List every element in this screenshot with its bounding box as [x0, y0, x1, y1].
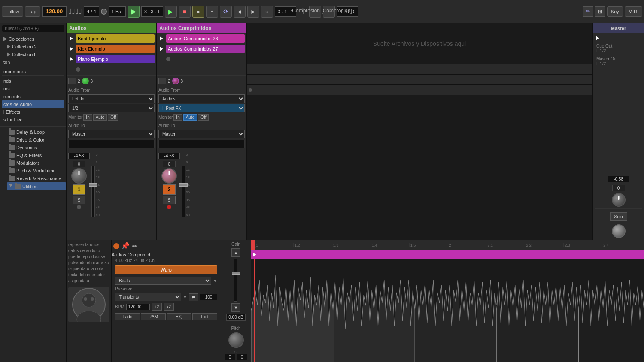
clip-piano[interactable]: Piano Ejemplo: [76, 55, 155, 63]
sidebar-item-compresores[interactable]: mpresores: [2, 68, 64, 75]
master-pan-knob[interactable]: [612, 193, 626, 207]
cat-mod[interactable]: Modulators: [7, 159, 66, 167]
clip-play-piano[interactable]: [68, 56, 74, 62]
ram-btn[interactable]: RAM: [141, 313, 166, 320]
edit-pencil-icon[interactable]: ✏: [132, 243, 137, 250]
fader-thumb-right[interactable]: [179, 183, 188, 187]
fade-btn[interactable]: Fade: [115, 313, 140, 320]
sidebar-item-collection8[interactable]: Collection 8: [5, 51, 64, 58]
beats-select[interactable]: Beats: [115, 277, 211, 285]
sidebar-item-ton[interactable]: ton: [2, 58, 64, 66]
quantize-display[interactable]: 1 Bar: [109, 6, 126, 17]
fader-thumb-left[interactable]: [89, 183, 97, 187]
punch-button[interactable]: ◄: [234, 6, 246, 18]
arm-btn-right[interactable]: [158, 78, 166, 84]
audio-to-right[interactable]: Master: [158, 130, 245, 138]
midi-button[interactable]: MIDI: [625, 6, 642, 17]
tempo-display[interactable]: 120.00: [42, 6, 67, 17]
cat-eq[interactable]: EQ & Filters: [7, 151, 66, 159]
sidebar-item-ruments[interactable]: ruments: [2, 93, 64, 100]
gain-down-btn[interactable]: ▼: [231, 303, 240, 312]
monitor-off-left[interactable]: Off: [108, 114, 118, 121]
add-button[interactable]: +: [206, 6, 218, 18]
cat-dynamics[interactable]: Dynamics: [7, 144, 66, 151]
transients-select[interactable]: Transients: [115, 293, 181, 301]
search-input[interactable]: [2, 25, 64, 32]
gain-up-btn[interactable]: ▲: [231, 248, 240, 257]
cat-pitch[interactable]: Pitch & Modulation: [7, 167, 66, 175]
pin-icon[interactable]: 📌: [121, 242, 130, 250]
monitor-auto-left[interactable]: Auto: [93, 114, 107, 121]
pitch-knob[interactable]: [228, 332, 244, 348]
arm-btn-left[interactable]: [68, 78, 76, 84]
track-num-left[interactable]: 1: [73, 184, 85, 195]
monitor-auto-right[interactable]: Auto: [183, 114, 197, 121]
clip-play-empty[interactable]: [68, 66, 74, 72]
clip-kick[interactable]: Kick Ejemplo: [76, 45, 155, 53]
clip-beat[interactable]: Beat Ejemplo: [76, 34, 155, 43]
audio-source-right[interactable]: Audios: [158, 94, 245, 103]
solo-button[interactable]: Solo: [610, 212, 627, 221]
audio-to-left[interactable]: Master: [68, 130, 155, 138]
loop-number-field[interactable]: [200, 294, 217, 300]
record-button[interactable]: ●: [192, 6, 204, 18]
cat-drive[interactable]: Drive & Color: [7, 136, 66, 144]
sidebar-item-effects[interactable]: l Effects: [2, 108, 64, 116]
clip-play-comp26[interactable]: [158, 36, 164, 42]
pitch-val-2[interactable]: [237, 354, 247, 360]
fader-track-left[interactable]: [91, 166, 95, 217]
s-btn-right[interactable]: S: [163, 196, 176, 204]
cat-reverb[interactable]: Reverb & Resonance: [7, 175, 66, 182]
cat-utilities[interactable]: Utilities: [7, 182, 66, 190]
sidebar-item-collections[interactable]: Colecciones: [2, 35, 64, 43]
master-knob[interactable]: [612, 224, 626, 238]
follow-button[interactable]: Follow: [2, 6, 23, 17]
clip-play-beat[interactable]: [68, 36, 74, 42]
edit-btn[interactable]: Edit: [192, 313, 217, 320]
clip-play-empty-2[interactable]: [158, 56, 164, 62]
pan-knob-large-left[interactable]: [71, 168, 87, 184]
fader-track-right[interactable]: [182, 166, 185, 217]
sidebar-item-ms[interactable]: ms: [2, 85, 64, 93]
sidebar-item-live[interactable]: s for Live: [2, 116, 64, 124]
plus2-btn[interactable]: +2: [152, 303, 162, 311]
draw-button[interactable]: ○: [261, 6, 273, 18]
punch-out-button[interactable]: ►: [247, 6, 259, 18]
clip-play-kick[interactable]: [68, 46, 74, 52]
audio-channel-right[interactable]: II Post FX: [158, 104, 245, 112]
sidebar-item-efectos[interactable]: ctos de Audio: [2, 100, 64, 108]
gain-slider-thumb[interactable]: [232, 272, 240, 275]
pencil-icon[interactable]: ✏: [583, 6, 593, 17]
pitch-val-1[interactable]: [225, 354, 235, 360]
clip-play-comp27[interactable]: [158, 46, 164, 52]
pan-knob-right[interactable]: [172, 78, 179, 84]
waveform-clip-bar[interactable]: [251, 250, 644, 259]
master-play-btn[interactable]: [595, 35, 601, 41]
stop-button[interactable]: ■: [179, 6, 191, 18]
time-signature[interactable]: 4 / 4: [84, 6, 99, 17]
track-num-right[interactable]: 2: [163, 184, 176, 195]
monitor-in-left[interactable]: In: [83, 114, 92, 121]
pan-knob-left[interactable]: [82, 78, 89, 84]
clip-comp27[interactable]: Audios Comprimidos 27: [166, 45, 245, 53]
audio-source-left[interactable]: Ext. In: [68, 94, 155, 103]
warp-button[interactable]: Warp: [115, 265, 217, 274]
bpm-field[interactable]: [126, 304, 150, 310]
gain-slider[interactable]: [234, 259, 237, 302]
tap-tempo-btn[interactable]: ▶: [128, 6, 140, 18]
s-btn-left[interactable]: S: [73, 196, 85, 204]
waveform-canvas[interactable]: [251, 259, 644, 362]
audio-channel-left[interactable]: 1/2: [68, 104, 155, 112]
tap-button[interactable]: Tap: [25, 6, 40, 17]
play-button[interactable]: ▶: [165, 6, 177, 18]
pan-knob-large-right[interactable]: [161, 168, 177, 184]
monitor-off-right[interactable]: Off: [198, 114, 209, 121]
sidebar-item-collection2[interactable]: Collection 2: [5, 43, 64, 51]
clip-comp26[interactable]: Audios Comprimidos 26: [166, 34, 245, 43]
monitor-in-right[interactable]: In: [173, 114, 182, 121]
x2-btn[interactable]: x2: [164, 303, 174, 311]
cat-delay[interactable]: Delay & Loop: [7, 128, 66, 136]
clip-play-empty-3[interactable]: [158, 66, 164, 72]
session-view-icon[interactable]: ⊞: [595, 6, 605, 17]
sidebar-item-nds[interactable]: nds: [2, 77, 64, 85]
